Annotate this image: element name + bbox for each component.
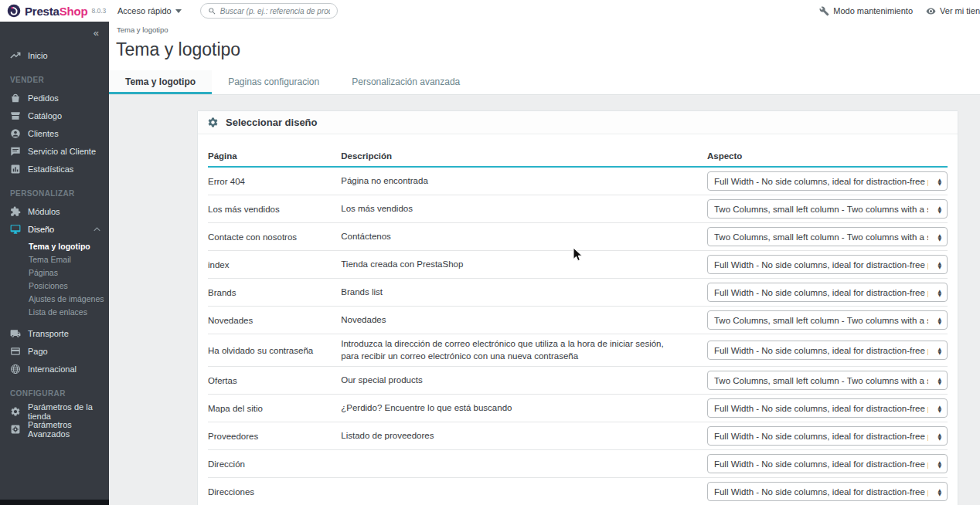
shopping-basket-icon [10,93,21,103]
table-row: ProveedoresListado de proveedoresFull Wi… [208,422,948,450]
tab-paginas-configuracion[interactable]: Paginas configuracion [212,70,335,94]
layout-select[interactable]: Full Width - No side columns, ideal for … [707,454,948,473]
sidebar-item-internacional[interactable]: Internacional [0,360,109,378]
table-row: Los más vendidosLos más vendidosFull Wid… [208,195,948,223]
column-header-descripcion: Descripción [341,142,707,167]
sidebar-collapse-button[interactable]: « [0,22,109,41]
page-description-cell [341,450,707,478]
layout-select[interactable]: Full Width - No side columns, ideal for … [707,255,948,274]
layout-select-wrap: Full Width - No side columns, ideal for … [707,310,948,330]
layout-cell: Full Width - No side columns, ideal for … [707,167,948,195]
column-header-pagina: Página [208,142,341,167]
quick-access-dropdown[interactable]: Acceso rápido [117,6,182,15]
layout-select-wrap: Full Width - No side columns, ideal for … [707,227,948,246]
chevron-up-icon [94,227,100,232]
layout-select-wrap: Full Width - No side columns, ideal for … [707,255,948,274]
tab-tema-y-logotipo[interactable]: Tema y logotipo [109,70,212,94]
main-area: Tema y logotipo Tema y logotipo Tema y l… [109,22,980,505]
sidebar-item-diseno[interactable]: Diseño [0,220,109,238]
panel-title: Seleccionar diseño [226,117,318,128]
page-description-cell: Los más vendidos [341,195,707,223]
layout-select[interactable]: Full Width - No side columns, ideal for … [707,371,948,390]
search-input[interactable] [220,7,330,15]
layout-select-wrap: Full Width - No side columns, ideal for … [707,371,948,390]
page-name-cell: Mapa del sitio [208,395,341,422]
sidebar-item-pago[interactable]: Pago [0,342,109,360]
gear-square-icon [10,424,21,435]
account-circle-icon [10,128,21,139]
layout-cell: Full Width - No side columns, ideal for … [707,450,948,478]
layout-cell: Full Width - No side columns, ideal for … [707,307,948,334]
layout-cell: Full Width - No side columns, ideal for … [707,478,948,505]
layout-select[interactable]: Full Width - No side columns, ideal for … [707,227,948,246]
table-row: Contacte con nosotrosContáctenosFull Wid… [208,223,948,251]
table-row: indexTienda creada con PrestaShopFull Wi… [208,251,948,279]
page-description-cell: Contáctenos [341,223,707,251]
page-name-cell: Proveedores [208,422,341,450]
layout-select[interactable]: Full Width - No side columns, ideal for … [707,426,948,446]
table-header-row: PáginaDescripciónAspecto [208,142,948,167]
layout-select-wrap: Full Width - No side columns, ideal for … [707,482,948,501]
sidebar-item-servicio-al-cliente[interactable]: Servicio al Cliente [0,142,109,160]
global-search[interactable] [200,3,338,19]
layout-cell: Full Width - No side columns, ideal for … [707,395,948,422]
monitor-icon [10,224,21,235]
table-row: DireccionesFull Width - No side columns,… [208,478,948,505]
eye-icon [926,6,936,16]
layout-cell: Full Width - No side columns, ideal for … [707,279,948,307]
sidebar-item-clientes[interactable]: Clientes [0,124,109,142]
layout-select[interactable]: Full Width - No side columns, ideal for … [707,398,948,418]
sidebar-subitem-lista-de-enlaces[interactable]: Lista de enlaces [29,306,109,319]
page-description-cell: ¿Perdido? Encuentre lo que está buscando [341,395,707,422]
layout-select[interactable]: Full Width - No side columns, ideal for … [707,310,948,330]
sidebar-item-transporte[interactable]: Transporte [0,324,109,342]
page-description-cell: Página no encontrada [341,167,707,195]
layout-select[interactable]: Full Width - No side columns, ideal for … [707,171,948,191]
sidebar-item-catalogo[interactable]: Catálogo [0,107,109,124]
layout-select-wrap: Full Width - No side columns, ideal for … [707,398,948,418]
select-layout-panel: Seleccionar diseño PáginaDescripciónAspe… [197,110,958,505]
sidebar-subitem-ajustes-de-imagenes[interactable]: Ajustes de imágenes [29,293,109,306]
layout-select[interactable]: Full Width - No side columns, ideal for … [707,482,948,501]
bar-chart-icon [10,164,21,175]
view-shop-button[interactable]: Ver mi tien [926,6,980,16]
layout-select[interactable]: Full Width - No side columns, ideal for … [707,283,948,302]
sidebar-subitem-posiciones[interactable]: Posiciones [29,280,109,293]
sidebar-item-parametros-de-la-tienda[interactable]: Parámetros de la tienda [0,402,109,420]
page-description-cell: Introduzca la dirección de correo electr… [341,334,707,367]
layout-select-wrap: Full Width - No side columns, ideal for … [707,426,948,446]
table-row: NovedadesNovedadesFull Width - No side c… [208,307,948,334]
view-shop-label: Ver mi tien [940,6,980,15]
sidebar-item-estadisticas[interactable]: Estadísticas [0,160,109,178]
sidebar-item-label: Parámetros de la tienda [28,402,109,421]
page-name-cell: Brands [208,279,341,307]
maintenance-mode-button[interactable]: Modo mantenimiento [819,6,913,16]
panel-header: Seleccionar diseño [198,111,958,134]
caret-down-icon [175,9,182,13]
page-name-cell: Direcciones [208,478,341,505]
page-description-cell: Our special products [341,367,707,395]
sidebar-subitem-tema-y-logotipo[interactable]: Tema y logotipo [29,240,109,253]
sidebar-item-label: Estadísticas [28,164,73,174]
layout-select[interactable]: Full Width - No side columns, ideal for … [707,341,948,360]
sidebar-subitem-paginas[interactable]: Páginas [29,266,109,280]
sidebar-subitem-tema-email[interactable]: Tema Email [29,253,109,266]
tab-personalizacion-avanzada[interactable]: Personalización avanzada [335,70,476,94]
sidebar-item-parametros-avanzados[interactable]: Parámetros Avanzados [0,420,109,438]
page-title: Tema y logotipo [116,39,980,60]
sidebar-item-inicio[interactable]: Inicio [0,46,109,64]
sidebar-item-pedidos[interactable]: Pedidos [0,89,109,107]
column-header-aspecto: Aspecto [707,142,948,167]
sidebar-item-modulos[interactable]: Módulos [0,202,109,220]
sidebar-item-label: Internacional [28,364,77,374]
sidebar-item-label: Módulos [28,207,60,216]
content-area: Seleccionar diseño PáginaDescripciónAspe… [109,95,980,505]
sidebar-item-label: Diseño [28,225,54,234]
layout-select[interactable]: Full Width - No side columns, ideal for … [707,199,948,219]
layout-select-wrap: Full Width - No side columns, ideal for … [707,171,948,191]
page-name-cell: Ha olvidado su contraseña [208,334,341,367]
prestashop-logo[interactable]: PrestaShop 8.0.3 [0,4,110,18]
table-row: Ha olvidado su contraseñaIntroduzca la d… [208,334,948,367]
globe-icon [10,364,21,375]
panel-body: PáginaDescripciónAspecto Error 404Página… [198,134,958,505]
